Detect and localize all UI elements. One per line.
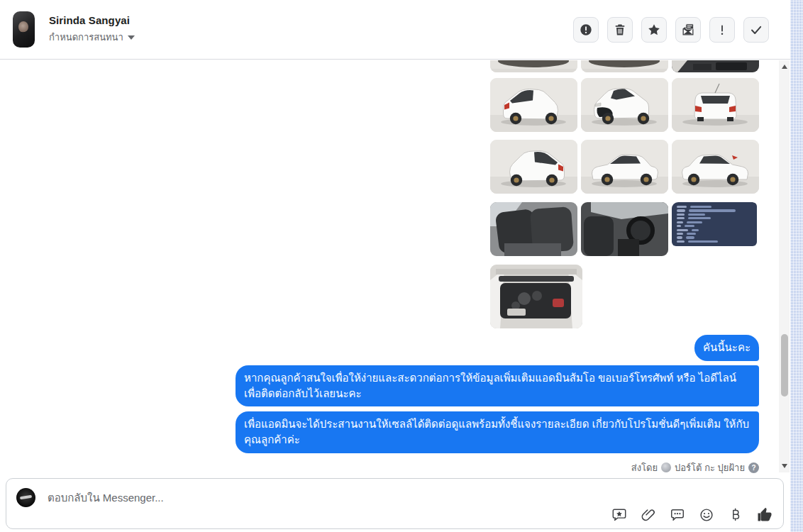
contact-avatar[interactable] [13,11,35,48]
schedule-dropdown-label: กำหนดการสนทนา [49,30,123,45]
reply-input[interactable] [48,487,502,508]
sent-by-line: ส่งโดย ปอร์โต้ กะ ปุยฝ้าย ? [631,460,759,475]
vehicle-spec-card [672,202,757,246]
messenger-inbox-page: Sirinda Sangyai กำหนดการสนทนา [0,0,803,532]
car-underside-photo[interactable] [490,60,577,72]
photo-row [490,202,759,256]
chat-scrollbar[interactable] [779,60,790,472]
message-column: คันนี้นะคะ หากคุณลูกค้าสนใจเพื่อให้ง่ายแ… [236,60,759,475]
photo-grid [490,60,759,328]
star-button[interactable] [641,17,667,43]
scroll-up-arrow[interactable] [779,62,790,72]
car-side-photo[interactable] [581,140,668,194]
chat-area: คันนี้นะคะ หากคุณลูกค้าสนใจเพื่อให้ง่ายแ… [0,60,790,472]
attachment-icon [641,507,656,523]
sent-by-label: ส่งโดย [631,460,658,475]
mark-unread-button[interactable] [675,17,701,43]
message-bubble: เพื่อแอดมินจะได้ประสานงานให้เซลล์ได้ติดต… [236,411,759,453]
emoji-button[interactable] [698,506,715,523]
interior-dark-partial-photo[interactable] [672,60,759,72]
conversation-header: Sirinda Sangyai กำหนดการสนทนา [0,0,790,60]
car-side-left-photo[interactable] [672,140,759,194]
exclamation-icon [715,23,729,37]
contact-name: Sirinda Sangyai [49,14,135,26]
car-rear-photo[interactable] [672,78,759,132]
conversation-panel: Sirinda Sangyai กำหนดการสนทนา [0,0,790,532]
message-bubble: คันนี้นะคะ [694,335,759,361]
interior-rear-seats-photo[interactable] [490,202,577,256]
help-icon[interactable]: ? [748,462,759,473]
mark-done-button[interactable] [743,17,769,43]
scrollbar-thumb[interactable] [781,334,788,397]
payment-baht-icon [728,507,743,523]
mark-unread-icon [681,23,695,37]
car-front-quarter-photo[interactable] [581,78,668,132]
payment-button[interactable] [727,506,744,523]
saved-replies-button[interactable] [669,506,686,523]
like-button[interactable] [756,506,773,523]
delete-button[interactable] [607,17,633,43]
report-icon [579,23,593,37]
sticker-icon [611,507,627,523]
photo-row [490,78,759,132]
engine-bay-photo[interactable] [490,265,582,328]
photo-row [490,60,759,72]
composer-toolbar [611,506,773,523]
page-scrollbar-gutter [790,0,803,532]
photo-row [490,140,759,194]
chevron-down-icon [128,35,135,40]
trash-icon [613,23,627,37]
scroll-down-arrow[interactable] [779,461,790,471]
flag-followup-button[interactable] [709,17,735,43]
reply-composer [6,478,784,529]
message-bubble: หากคุณลูกค้าสนใจเพื่อให้ง่ายและสะดวกต่อก… [236,365,759,407]
car-underside-photo[interactable] [581,60,668,72]
saved-replies-icon [670,507,685,523]
header-actions [573,17,769,43]
sender-name: ปอร์โต้ กะ ปุยฝ้าย [675,460,745,475]
sender-avatar [661,462,671,472]
report-button[interactable] [573,17,599,43]
photo-row [490,265,759,328]
sticker-button[interactable] [611,506,628,523]
check-icon [749,23,763,37]
car-rear-quarter-left-photo[interactable] [490,140,577,194]
interior-dashboard-photo[interactable] [581,202,668,256]
schedule-dropdown[interactable]: กำหนดการสนทนา [49,30,135,45]
spec-sheet-card[interactable] [672,202,759,256]
car-rear-quarter-photo[interactable] [490,78,577,132]
page-avatar [16,488,35,507]
attach-button[interactable] [640,506,657,523]
thumbs-up-icon [756,506,773,524]
star-icon [647,23,661,37]
contact-info: Sirinda Sangyai กำหนดการสนทนา [13,11,135,48]
emoji-icon [699,507,714,523]
